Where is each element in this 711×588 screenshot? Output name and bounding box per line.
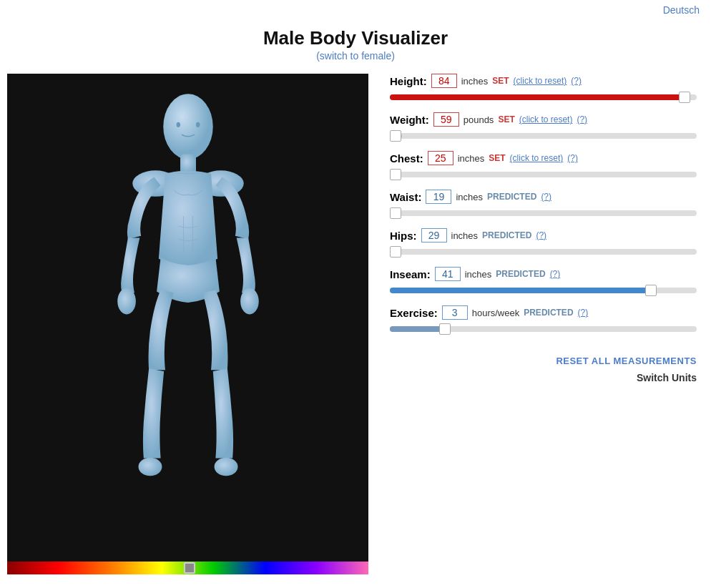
inseam-slider[interactable] [390, 284, 697, 297]
svg-point-7 [214, 458, 237, 476]
exercise-label: Exercise: [390, 307, 438, 319]
waist-slider[interactable] [390, 207, 697, 220]
waist-unit: inches [456, 192, 483, 202]
reset-all-button[interactable]: RESET ALL MEASUREMENTS [556, 356, 697, 366]
inseam-value[interactable]: 41 [435, 267, 461, 281]
body-figure-svg [52, 89, 324, 547]
svg-point-5 [240, 288, 259, 315]
exercise-control: Exercise: 3 hours/week PREDICTED (?) [390, 305, 697, 337]
weight-unit: pounds [464, 114, 494, 125]
svg-point-0 [163, 94, 212, 159]
body-canvas [7, 74, 368, 562]
chest-unit: inches [458, 153, 485, 164]
switch-gender-link[interactable]: (switch to female) [316, 50, 395, 62]
body-visualizer-panel [7, 74, 368, 574]
waist-help-link[interactable]: (?) [541, 192, 551, 202]
controls-panel: Height: 84 inches SET (click to reset) (… [383, 74, 704, 574]
weight-value[interactable]: 59 [433, 112, 459, 127]
svg-rect-1 [180, 154, 196, 173]
chest-control: Chest: 25 inches SET (click to reset) (?… [390, 151, 697, 182]
inseam-status: PREDICTED [496, 269, 545, 279]
switch-units-button[interactable]: Switch Units [637, 372, 697, 383]
svg-point-8 [176, 122, 180, 127]
top-bar: Deutsch [0, 0, 711, 20]
weight-label: Weight: [390, 114, 429, 126]
svg-point-6 [138, 458, 162, 476]
height-control: Height: 84 inches SET (click to reset) (… [390, 74, 697, 105]
weight-status: SET [498, 114, 514, 124]
inseam-help-link[interactable]: (?) [550, 269, 561, 279]
height-unit: inches [461, 76, 489, 87]
main-content: Height: 84 inches SET (click to reset) (… [0, 67, 711, 582]
hips-help-link[interactable]: (?) [536, 230, 546, 240]
svg-point-4 [117, 288, 136, 315]
chest-value[interactable]: 25 [428, 151, 453, 165]
svg-point-9 [195, 122, 199, 127]
bottom-buttons: RESET ALL MEASUREMENTS Switch Units [390, 356, 697, 383]
exercise-help-link[interactable]: (?) [578, 308, 589, 318]
chest-label: Chest: [390, 152, 423, 165]
hips-value[interactable]: 29 [421, 228, 447, 242]
weight-reset-link[interactable]: (click to reset) [519, 114, 573, 124]
hips-label: Hips: [390, 230, 417, 242]
waist-status: PREDICTED [487, 192, 536, 202]
chest-status: SET [489, 153, 505, 163]
exercise-value[interactable]: 3 [442, 305, 468, 320]
hips-control: Hips: 29 inches PREDICTED (?) [390, 228, 697, 260]
height-slider[interactable] [390, 91, 697, 104]
hips-unit: inches [451, 230, 479, 241]
weight-control: Weight: 59 pounds SET (click to reset) (… [390, 112, 697, 144]
exercise-slider[interactable] [390, 323, 697, 335]
language-link[interactable]: Deutsch [663, 4, 700, 16]
exercise-unit: hours/week [472, 308, 519, 318]
waist-label: Waist: [390, 191, 421, 203]
inseam-control: Inseam: 41 inches PREDICTED (?) [390, 267, 697, 298]
inseam-label: Inseam: [390, 268, 431, 280]
height-label: Height: [390, 75, 427, 87]
waist-value[interactable]: 19 [426, 190, 451, 204]
page-title: Male Body Visualizer [0, 27, 711, 49]
hips-slider[interactable] [390, 245, 697, 258]
color-bar-thumb[interactable] [184, 562, 195, 574]
height-help-link[interactable]: (?) [571, 76, 582, 86]
hips-status: PREDICTED [482, 230, 531, 240]
height-value[interactable]: 84 [431, 74, 457, 88]
color-bar[interactable] [7, 562, 368, 574]
chest-help-link[interactable]: (?) [567, 153, 578, 163]
height-status: SET [492, 76, 509, 86]
height-reset-link[interactable]: (click to reset) [514, 76, 567, 86]
chest-slider[interactable] [390, 168, 697, 181]
inseam-unit: inches [465, 269, 492, 280]
exercise-status: PREDICTED [524, 308, 573, 318]
weight-help-link[interactable]: (?) [577, 114, 587, 124]
waist-control: Waist: 19 inches PREDICTED (?) [390, 190, 697, 221]
chest-reset-link[interactable]: (click to reset) [510, 153, 564, 163]
weight-slider[interactable] [390, 129, 697, 142]
page-header: Male Body Visualizer (switch to female) [0, 20, 711, 67]
